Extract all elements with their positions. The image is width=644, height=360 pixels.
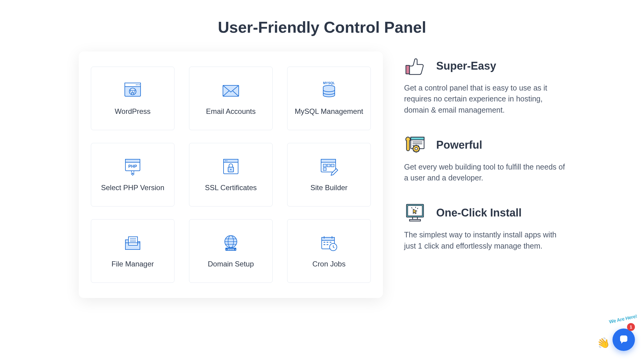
- feature-description: The simplest way to instantly install ap…: [404, 229, 565, 251]
- panel-item-label: WordPress: [115, 107, 151, 116]
- svg-rect-20: [323, 164, 326, 167]
- panel-item-label: Domain Setup: [208, 260, 254, 268]
- svg-point-36: [415, 147, 417, 150]
- mysql-icon: MYSQL: [318, 81, 340, 100]
- panel-item-label: Select PHP Version: [101, 183, 164, 192]
- click-monitor-icon: [404, 202, 426, 224]
- svg-text:• WWW •: • WWW •: [226, 248, 236, 251]
- svg-point-2: [136, 84, 137, 85]
- panel-item-label: Site Builder: [310, 183, 348, 192]
- svg-point-3: [138, 84, 138, 85]
- svg-rect-22: [331, 164, 334, 167]
- feature-description: Get a control panel that is easy to use …: [404, 82, 565, 115]
- svg-rect-34: [411, 137, 424, 140]
- svg-rect-19: [321, 159, 336, 162]
- chat-notification-badge: 1: [627, 323, 635, 331]
- site-builder-icon: [318, 157, 340, 176]
- feature-title: Super-Easy: [436, 60, 496, 72]
- wordpress-icon: [122, 81, 144, 100]
- feature-powerful: Powerful Get every web building tool to …: [404, 134, 565, 183]
- feature-title: Powerful: [436, 139, 482, 151]
- panel-item-email[interactable]: Email Accounts: [189, 67, 273, 130]
- feature-title: One-Click Install: [436, 206, 522, 219]
- features-list: Super-Easy Get a control panel that is e…: [404, 51, 565, 251]
- panel-item-mysql[interactable]: MYSQL MySQL Management: [287, 67, 371, 130]
- panel-item-label: SSL Certificates: [205, 183, 257, 192]
- chat-button[interactable]: [612, 329, 635, 351]
- svg-point-4: [139, 84, 140, 85]
- svg-text:PHP: PHP: [128, 164, 137, 169]
- panel-item-label: MySQL Management: [295, 107, 363, 116]
- svg-rect-23: [323, 168, 326, 170]
- file-manager-icon: [122, 234, 144, 253]
- control-panel-card: WordPress Email Accounts MYSQL: [79, 51, 383, 298]
- panel-item-file-manager[interactable]: File Manager: [91, 219, 174, 283]
- page-title: User-Friendly Control Panel: [0, 0, 644, 51]
- domain-icon: • WWW •: [220, 234, 242, 253]
- panel-item-label: File Manager: [111, 260, 154, 268]
- panel-item-domain[interactable]: • WWW • Domain Setup: [189, 219, 273, 283]
- chat-widget: We Are Here! 👋 1: [599, 318, 635, 351]
- svg-rect-24: [128, 237, 138, 245]
- control-panel-grid: WordPress Email Accounts MYSQL: [91, 67, 371, 283]
- panel-item-ssl[interactable]: SSL Certificates: [189, 143, 273, 206]
- svg-rect-32: [406, 65, 410, 74]
- php-icon: PHP: [122, 157, 144, 176]
- panel-item-cron[interactable]: Cron Jobs: [287, 219, 371, 283]
- thumbs-up-icon: [404, 55, 426, 77]
- chat-here-text: We Are Here!: [609, 313, 638, 325]
- svg-rect-40: [410, 220, 420, 221]
- svg-rect-21: [327, 164, 330, 167]
- feature-one-click: One-Click Install The simplest way to in…: [404, 202, 565, 251]
- svg-point-17: [230, 169, 231, 170]
- feature-super-easy: Super-Easy Get a control panel that is e…: [404, 55, 565, 115]
- wrench-gear-icon: [404, 134, 426, 156]
- svg-text:MYSQL: MYSQL: [323, 81, 335, 85]
- svg-point-14: [225, 160, 226, 161]
- feature-description: Get every web building tool to fulfill t…: [404, 161, 565, 183]
- svg-point-15: [227, 160, 227, 161]
- content-wrapper: WordPress Email Accounts MYSQL: [0, 51, 644, 298]
- panel-item-php[interactable]: PHP Select PHP Version: [91, 143, 174, 206]
- wave-icon: 👋: [595, 335, 611, 351]
- panel-item-wordpress[interactable]: WordPress: [91, 67, 174, 130]
- panel-item-label: Email Accounts: [206, 107, 256, 116]
- email-icon: [220, 81, 242, 100]
- svg-rect-10: [125, 159, 140, 162]
- ssl-icon: [220, 157, 242, 176]
- panel-item-label: Cron Jobs: [312, 260, 345, 268]
- panel-item-site-builder[interactable]: Site Builder: [287, 143, 371, 206]
- cron-icon: [318, 234, 340, 253]
- svg-rect-30: [322, 237, 334, 240]
